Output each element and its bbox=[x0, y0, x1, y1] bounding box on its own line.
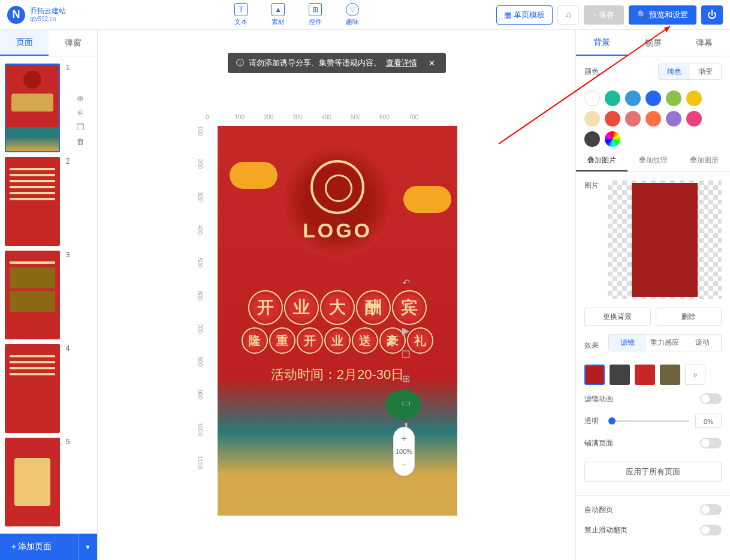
power-button[interactable]: ⏻ bbox=[701, 5, 723, 25]
info-icon: ⓘ bbox=[236, 58, 244, 68]
opacity-value: 0% bbox=[695, 414, 722, 428]
filter-option[interactable] bbox=[584, 365, 605, 385]
color-label: 颜色 bbox=[584, 67, 602, 77]
filter-option[interactable] bbox=[610, 365, 630, 385]
material-tool[interactable]: ▲素材 bbox=[272, 3, 285, 26]
color-swatch[interactable] bbox=[645, 91, 661, 106]
tab-page[interactable]: 页面 bbox=[0, 30, 49, 56]
page-thumb-3[interactable] bbox=[5, 251, 60, 339]
effect-tabs: 滤镜 重力感应 滚动 bbox=[608, 334, 722, 351]
overlay-texture-tab[interactable]: 叠加纹理 bbox=[628, 150, 679, 171]
power-icon: ⏻ bbox=[707, 10, 717, 20]
color-swatch[interactable] bbox=[666, 111, 681, 127]
layers-icon[interactable]: ❐ bbox=[399, 348, 412, 361]
color-swatch[interactable] bbox=[625, 111, 641, 127]
widget-tool[interactable]: ⊞控件 bbox=[309, 3, 322, 26]
filter-option[interactable] bbox=[660, 365, 680, 385]
device-icon[interactable]: ▭ bbox=[399, 396, 412, 409]
auto-flip-label: 自动翻页 bbox=[584, 505, 613, 515]
tab-background[interactable]: 背景 bbox=[576, 30, 628, 56]
play-icon[interactable]: ▶ bbox=[399, 324, 412, 337]
no-swipe-label: 禁止滑动翻页 bbox=[584, 525, 628, 535]
design-canvas[interactable]: LOGO 开业大酬宾 隆重开业送豪礼 活动时间：2月20-30日 bbox=[218, 126, 457, 516]
fill-page-toggle[interactable] bbox=[700, 438, 722, 448]
color-swatch[interactable] bbox=[605, 111, 620, 127]
ruler-horizontal: 0100200300400500600700 bbox=[206, 114, 438, 125]
undo-icon[interactable]: ↶ bbox=[399, 276, 412, 289]
opacity-slider[interactable] bbox=[608, 420, 689, 422]
gradient-mode-button[interactable]: 渐变 bbox=[690, 64, 721, 79]
tab-danmu[interactable]: 弹幕 bbox=[678, 30, 730, 56]
filter-thumbnails: » bbox=[584, 365, 722, 385]
image-preview[interactable] bbox=[608, 180, 722, 299]
redo-icon[interactable]: ↷ bbox=[399, 300, 412, 313]
color-swatch[interactable] bbox=[584, 91, 600, 106]
color-swatch[interactable] bbox=[686, 111, 702, 127]
apply-all-button[interactable]: 应用于所有页面 bbox=[584, 462, 722, 482]
color-swatch[interactable] bbox=[645, 111, 661, 127]
cloud-decoration bbox=[230, 162, 277, 189]
zoom-out-button[interactable]: － bbox=[397, 457, 411, 472]
page-thumb-4[interactable] bbox=[5, 344, 60, 433]
logo-icon: N bbox=[7, 6, 25, 24]
music-button[interactable]: ♫ bbox=[557, 5, 579, 25]
page-thumb-1[interactable] bbox=[5, 64, 60, 152]
fun-tool[interactable]: ♡趣味 bbox=[346, 3, 359, 26]
zoom-in-button[interactable]: ＋ bbox=[397, 431, 411, 445]
logo-swirl-icon bbox=[310, 160, 364, 214]
change-background-button[interactable]: 更换背景 bbox=[584, 308, 651, 326]
toolbar-center: T文本 ▲素材 ⊞控件 ♡趣味 bbox=[97, 3, 496, 26]
copy-icon[interactable]: ⎘ bbox=[76, 108, 85, 118]
page-thumbnails: 1 ⊕ ⎘ ❐ 🗑 2 3 4 5 bbox=[0, 56, 97, 534]
add-page-bar: ＋添加页面 ▼ bbox=[0, 534, 97, 560]
cloud-decoration bbox=[403, 186, 451, 213]
search-icon: 🔍 bbox=[637, 10, 647, 19]
left-panel: 页面 弹窗 1 ⊕ ⎘ ❐ 🗑 2 3 4 5 ＋添加页面 ▼ bbox=[0, 30, 98, 560]
duplicate-icon[interactable]: ❐ bbox=[76, 122, 85, 132]
zoom-value: 100% bbox=[396, 448, 412, 455]
header-actions: ▦单页模板 ♫ ▫保存 🔍预览和设置 ⏻ bbox=[496, 5, 723, 25]
canvas-side-tools: ↶ ↷ ▶ ❐ ⊞ ▭ ⬇ bbox=[397, 276, 415, 433]
color-swatch[interactable] bbox=[666, 91, 681, 106]
solid-mode-button[interactable]: 纯色 bbox=[659, 64, 690, 79]
color-swatch[interactable] bbox=[625, 91, 641, 106]
image-icon: ▲ bbox=[272, 3, 285, 16]
filter-more-button[interactable]: » bbox=[685, 365, 705, 385]
color-mode-segment: 纯色 渐变 bbox=[658, 64, 722, 80]
color-swatch[interactable] bbox=[686, 91, 702, 106]
canvas-banner: 开业大酬宾 隆重开业送豪礼 bbox=[218, 288, 457, 356]
divider bbox=[576, 495, 730, 496]
scroll-tab[interactable]: 滚动 bbox=[684, 335, 721, 351]
no-swipe-toggle[interactable] bbox=[700, 525, 722, 535]
overlay-album-tab[interactable]: 叠加图册 bbox=[678, 150, 730, 171]
color-picker-swatch[interactable] bbox=[605, 131, 620, 147]
add-page-dropdown[interactable]: ▼ bbox=[78, 534, 97, 560]
color-swatch[interactable] bbox=[584, 111, 600, 127]
filter-anim-toggle[interactable] bbox=[700, 393, 722, 404]
auto-flip-toggle[interactable] bbox=[700, 504, 722, 515]
color-swatch[interactable] bbox=[605, 91, 620, 106]
delete-icon[interactable]: 🗑 bbox=[76, 137, 85, 146]
text-tool[interactable]: T文本 bbox=[234, 3, 248, 26]
gravity-tab[interactable]: 重力感应 bbox=[646, 335, 683, 351]
page-thumb-2[interactable] bbox=[5, 157, 60, 246]
filter-tab[interactable]: 滤镜 bbox=[609, 335, 646, 351]
tab-popup[interactable]: 弹窗 bbox=[49, 30, 97, 56]
single-page-template-button[interactable]: ▦单页模板 bbox=[496, 5, 553, 25]
tab-lockscreen[interactable]: 锁屏 bbox=[628, 30, 679, 56]
close-icon[interactable]: ✕ bbox=[427, 58, 438, 68]
filter-option[interactable] bbox=[635, 365, 655, 385]
canvas-logo: LOGO bbox=[280, 144, 394, 258]
add-page-button[interactable]: ＋添加页面 bbox=[0, 541, 78, 552]
grid-tool-icon[interactable]: ⊞ bbox=[399, 372, 412, 385]
grid-icon: ⊞ bbox=[309, 3, 322, 16]
delete-button[interactable]: 删除 bbox=[656, 308, 722, 326]
color-swatch[interactable] bbox=[584, 131, 600, 147]
page-thumb-5[interactable] bbox=[5, 438, 60, 526]
overlay-image-tab[interactable]: 叠加图片 bbox=[576, 150, 628, 171]
color-swatches bbox=[584, 87, 722, 150]
preview-settings-button[interactable]: 🔍预览和设置 bbox=[629, 5, 696, 25]
add-icon[interactable]: ⊕ bbox=[76, 94, 85, 103]
warning-link[interactable]: 查看详情 bbox=[386, 58, 417, 68]
warning-text: 请勿添加诱导分享、集赞等违规内容。 bbox=[249, 58, 381, 68]
